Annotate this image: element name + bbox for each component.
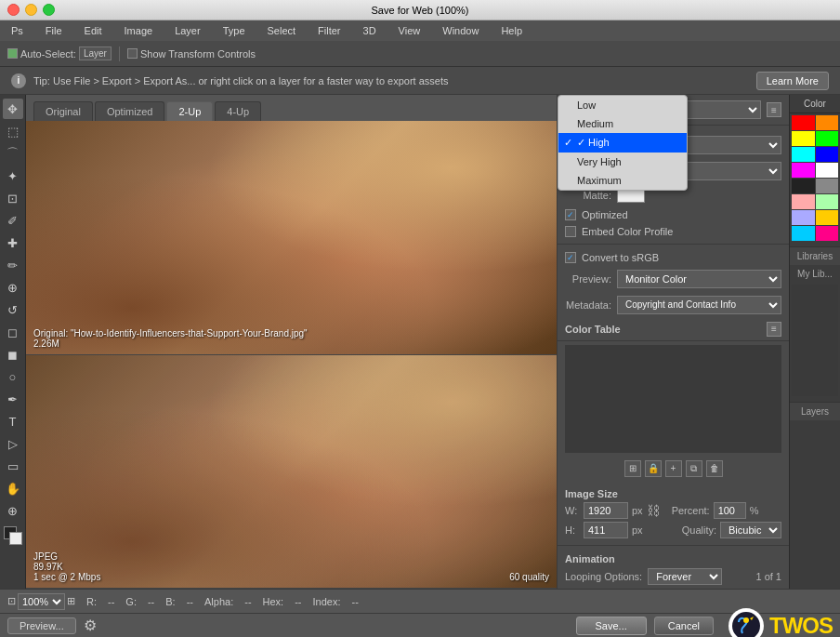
move-tool[interactable]: ✥ — [3, 99, 23, 119]
metadata-select[interactable]: Copyright and Contact Info — [617, 296, 781, 314]
swatch-blue[interactable] — [816, 147, 839, 162]
gradient-tool[interactable]: ◼ — [3, 344, 23, 365]
window-title: Save for Web (100%) — [372, 5, 469, 16]
dodge-tool[interactable]: ○ — [3, 366, 23, 387]
ct-lock-btn[interactable]: 🔒 — [645, 460, 662, 477]
menu-window[interactable]: Window — [439, 25, 482, 36]
menu-file[interactable]: File — [42, 25, 66, 36]
swatch-magenta[interactable] — [792, 163, 815, 178]
height-unit: px — [632, 524, 643, 536]
minimize-button[interactable] — [25, 4, 37, 16]
tabs-bar: Original Optimized 2-Up 4-Up — [26, 95, 557, 121]
swatch-yellow[interactable] — [792, 131, 815, 146]
eyedropper-tool[interactable]: ✐ — [3, 210, 23, 231]
swatch-hot-pink[interactable] — [816, 226, 839, 241]
b-label: B: — [165, 596, 175, 607]
clone-tool[interactable]: ⊕ — [3, 277, 23, 298]
tab-original[interactable]: Original — [33, 101, 93, 121]
dropdown-item-maximum[interactable]: Maximum — [558, 171, 687, 190]
ct-del-btn[interactable]: 🗑 — [706, 460, 723, 477]
ct-add-btn[interactable]: + — [665, 460, 682, 477]
looping-row: Looping Options: Forever 1 of 1 — [565, 568, 781, 585]
far-right-panel: Color Libraries My Lib... Layers — [789, 95, 840, 589]
convert-srgb-checkbox[interactable] — [565, 252, 576, 263]
type-tool[interactable]: T — [3, 411, 23, 431]
dropdown-item-high[interactable]: ✓ High — [558, 133, 687, 153]
preview-select[interactable]: Monitor Color — [617, 270, 781, 288]
r-value: -- — [108, 596, 114, 607]
r-label: R: — [86, 596, 97, 607]
ct-map-btn[interactable]: ⊞ — [624, 460, 641, 477]
zoom-out-icon[interactable]: ⊡ — [7, 595, 16, 607]
menu-type[interactable]: Type — [219, 25, 249, 36]
percent-input[interactable] — [714, 502, 746, 519]
swatch-red[interactable] — [792, 115, 815, 130]
width-input[interactable] — [584, 502, 628, 519]
swatch-gray[interactable] — [816, 179, 839, 193]
healing-brush-tool[interactable]: ✚ — [3, 232, 23, 253]
percent-unit: % — [750, 505, 759, 516]
window-controls[interactable] — [7, 4, 55, 16]
tab-4up[interactable]: 4-Up — [215, 101, 261, 121]
swatch-green[interactable] — [816, 131, 839, 146]
menu-layer[interactable]: Layer — [171, 25, 204, 36]
dropdown-item-very-high[interactable]: Very High — [558, 153, 687, 171]
color-table-menu[interactable]: ≡ — [767, 322, 781, 337]
quality-method-select[interactable]: Bicubic — [720, 522, 781, 538]
maximize-button[interactable] — [43, 4, 55, 16]
close-button[interactable] — [7, 4, 20, 16]
zoom-in-icon[interactable]: ⊞ — [67, 595, 75, 607]
zoom-select[interactable]: 100% — [18, 593, 65, 610]
learn-more-button[interactable]: Learn More — [756, 72, 829, 90]
magic-wand-tool[interactable]: ✦ — [3, 166, 23, 186]
swatch-light-blue[interactable] — [792, 210, 815, 225]
menu-view[interactable]: View — [395, 25, 425, 36]
dropdown-item-low[interactable]: Low — [558, 96, 687, 114]
transform-checkbox[interactable]: Show Transform Controls — [127, 48, 256, 60]
eraser-tool[interactable]: ◻ — [3, 322, 23, 342]
auto-select-checkbox[interactable]: Auto-Select: Layer — [7, 46, 112, 60]
crop-tool[interactable]: ⊡ — [3, 188, 23, 208]
preview-button[interactable]: Preview... — [7, 617, 76, 634]
tab-2up[interactable]: 2-Up — [166, 101, 213, 121]
preview-settings-icon[interactable]: ⚙ — [84, 617, 97, 634]
pen-tool[interactable]: ✒ — [3, 389, 23, 409]
menu-3d[interactable]: 3D — [360, 25, 380, 36]
tab-optimized[interactable]: Optimized — [95, 101, 165, 121]
lasso-tool[interactable]: ⌒ — [3, 143, 23, 164]
path-select-tool[interactable]: ▷ — [3, 433, 23, 454]
color-swatches — [790, 113, 840, 243]
preset-menu-button[interactable]: ≡ — [767, 102, 781, 117]
menu-image[interactable]: Image — [121, 25, 157, 36]
brush-tool[interactable]: ✏ — [3, 255, 23, 275]
foreground-color[interactable] — [4, 526, 22, 545]
swatch-cyan[interactable] — [792, 147, 815, 162]
hand-tool[interactable]: ✋ — [3, 478, 23, 498]
dropdown-item-medium[interactable]: Medium — [558, 114, 687, 133]
swatch-light-green[interactable] — [816, 194, 839, 209]
shape-tool[interactable]: ▭ — [3, 456, 23, 476]
height-input[interactable] — [584, 522, 628, 538]
save-button[interactable]: Save... — [576, 617, 647, 635]
menu-filter[interactable]: Filter — [314, 25, 344, 36]
swatch-sky[interactable] — [792, 226, 815, 241]
cancel-button[interactable]: Cancel — [654, 617, 714, 635]
optimized-checkbox[interactable] — [565, 209, 576, 220]
swatch-gold[interactable] — [816, 210, 839, 225]
menu-ps[interactable]: Ps — [7, 25, 27, 36]
swatch-pink[interactable] — [792, 194, 815, 209]
swatch-white[interactable] — [816, 163, 839, 178]
swatch-orange[interactable] — [816, 115, 839, 130]
twos-icon — [728, 608, 764, 638]
zoom-tool[interactable]: ⊕ — [3, 500, 23, 521]
swatch-black[interactable] — [792, 179, 815, 193]
layers-label: Layers — [801, 406, 829, 417]
history-brush-tool[interactable]: ↺ — [3, 299, 23, 320]
menu-help[interactable]: Help — [497, 25, 526, 36]
menu-edit[interactable]: Edit — [81, 25, 106, 36]
ct-dup-btn[interactable]: ⧉ — [686, 460, 702, 477]
embed-profile-checkbox[interactable] — [565, 226, 576, 237]
marquee-tool[interactable]: ⬚ — [3, 121, 23, 141]
menu-select[interactable]: Select — [264, 25, 300, 36]
looping-select[interactable]: Forever — [648, 568, 722, 585]
